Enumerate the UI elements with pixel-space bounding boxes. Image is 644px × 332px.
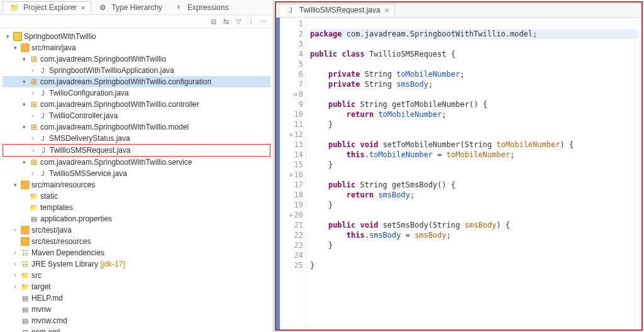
package-icon: ⊞ (30, 100, 38, 109)
tree-project-root[interactable]: ▾ SpringbootWithTwillio (3, 31, 270, 42)
folder-icon: 📁 (21, 271, 30, 280)
folder-icon: 📁 (21, 282, 30, 291)
tab-expressions[interactable]: ᵡ Expressions (167, 2, 233, 13)
chevron-right-icon[interactable]: › (29, 133, 36, 144)
editor-panel: J TwillioSMSRequest.java ✕ 1 2 3 4 5 6 7… (275, 1, 643, 331)
tree-src-main-resources[interactable]: ▾ src/main/resources (3, 179, 270, 191)
file-label: SMSDeliveryStatus.java (49, 133, 130, 144)
java-file-icon: J (38, 134, 47, 143)
link-editor-icon[interactable]: ⇆ (221, 17, 230, 26)
source-folder-icon (21, 180, 30, 189)
package-label: com.javadream.SpringbootWithTwillio.serv… (40, 157, 192, 168)
file-label: TwillioSMSService.java (49, 168, 127, 179)
filter-icon[interactable]: ▽ (234, 17, 243, 26)
chevron-down-icon[interactable]: ▾ (11, 179, 19, 191)
fold-icon[interactable]: ⊖ (288, 131, 293, 138)
tree-src-test-java[interactable]: › src/test/java (3, 224, 270, 236)
fold-icon[interactable]: ⊖ (288, 212, 293, 218)
java-file-icon: J (38, 66, 47, 75)
tree-package-config[interactable]: ▾ ⊞ com.javadream.SpringbootWithTwillio.… (3, 76, 270, 87)
chevron-down-icon[interactable]: ▾ (20, 121, 28, 133)
tree-folder-templates[interactable]: 📁 templates (3, 202, 270, 213)
view-tabs-bar: 📁 Project Explorer ✕ ⚙ Type Hierarchy ᵡ … (0, 0, 273, 15)
tree-file-mvnw[interactable]: ▤ mvnw (3, 304, 270, 315)
collapse-all-icon[interactable]: ⊟ (209, 17, 218, 26)
chevron-right-icon[interactable]: › (29, 168, 36, 179)
folder-label: templates (40, 202, 73, 213)
chevron-down-icon[interactable]: ▾ (20, 76, 28, 87)
tab-label: Expressions (187, 3, 228, 12)
tab-type-hierarchy[interactable]: ⚙ Type Hierarchy (91, 2, 167, 13)
java-file-icon: J (286, 6, 295, 14)
package-label: com.javadream.SpringbootWithTwillio.cont… (40, 99, 199, 110)
file-icon: ▤ (21, 294, 30, 302)
tree-package-controller[interactable]: ▾ ⊞ com.javadream.SpringbootWithTwillio.… (3, 99, 270, 110)
chevron-right-icon[interactable]: › (30, 145, 37, 156)
close-icon[interactable]: ✕ (384, 7, 389, 14)
editor-tabs-bar: J TwillioSMSRequest.java ✕ (276, 3, 641, 18)
package-label: com.javadream.SpringbootWithTwillio.conf… (40, 76, 211, 87)
chevron-down-icon[interactable]: ▾ (20, 99, 28, 110)
tree-file-mvnwcmd[interactable]: ▤ mvnw.cmd (3, 315, 270, 326)
tree-src-test-resources[interactable]: src/test/resources (3, 236, 270, 247)
chevron-right-icon[interactable]: › (29, 87, 36, 99)
project-tree[interactable]: ▾ SpringbootWithTwillio ▾ src/main/java … (0, 28, 273, 332)
file-label: TwillioSMSRequest.java (50, 145, 131, 156)
folder-label: src (31, 270, 42, 281)
chevron-right-icon[interactable]: › (29, 65, 36, 76)
file-label: TwilioConfiguration.java (49, 87, 129, 99)
chevron-right-icon[interactable]: › (29, 110, 36, 121)
tree-file-smsrequest[interactable]: › J TwillioSMSRequest.java (3, 144, 270, 157)
tree-folder-static[interactable]: 📁 static (3, 191, 270, 202)
file-icon: ▤ (21, 305, 30, 314)
tree-file-smsservice[interactable]: › J TwillioSMSService.java (3, 168, 270, 179)
tree-file-controller[interactable]: › J TwillioController.java (3, 110, 270, 121)
tree-target-folder[interactable]: › 📁 target (3, 281, 270, 292)
tree-package-model[interactable]: ▾ ⊞ com.javadream.SpringbootWithTwillio.… (3, 121, 270, 133)
java-file-icon: J (38, 169, 47, 178)
file-label: pom.xml (31, 326, 60, 332)
tab-project-explorer[interactable]: 📁 Project Explorer ✕ (3, 1, 91, 13)
code-area[interactable]: package com.javadream.SpringbootWithTwil… (306, 18, 641, 329)
chevron-right-icon[interactable]: › (11, 281, 19, 292)
tree-file-config[interactable]: › J TwilioConfiguration.java (3, 87, 270, 99)
editor-tab-smsrequest[interactable]: J TwillioSMSRequest.java ✕ (279, 4, 395, 16)
chevron-down-icon[interactable]: ▾ (20, 157, 28, 168)
tree-src-main-java[interactable]: ▾ src/main/java (3, 42, 270, 53)
package-icon: ⊞ (30, 55, 38, 64)
chevron-right-icon[interactable]: › (11, 270, 19, 281)
tree-file-appprops[interactable]: ▤ application.properties (3, 213, 270, 224)
file-icon: ▤ (21, 328, 30, 332)
fold-icon[interactable]: ⊖ (292, 91, 297, 97)
tree-package-service[interactable]: ▾ ⊞ com.javadream.SpringbootWithTwillio.… (3, 157, 270, 168)
chevron-right-icon[interactable]: › (11, 224, 19, 236)
tree-file-pom[interactable]: ▤ pom.xml (3, 326, 270, 332)
tree-src-folder[interactable]: › 📁 src (3, 270, 270, 281)
folder-label: Maven Dependencies (31, 247, 104, 258)
folder-label: src/main/java (31, 42, 76, 53)
close-icon[interactable]: ✕ (80, 4, 86, 11)
tree-package-base[interactable]: ▾ ⊞ com.javadream.SpringbootWithTwillio (3, 53, 270, 65)
chevron-right-icon[interactable]: › (11, 258, 19, 270)
editor-body[interactable]: 1 2 3 4 5 6 7 ⊖8 9 10 11 ⊖12 13 14 15 ⊖1… (276, 18, 641, 329)
tree-file-smsdelivery[interactable]: › J SMSDeliveryStatus.java (3, 133, 270, 144)
tab-label: Project Explorer (23, 3, 77, 12)
chevron-down-icon[interactable]: ▾ (11, 42, 19, 53)
tree-file-app[interactable]: › J SpringbootWithTwillioApplication.jav… (3, 65, 270, 76)
tree-maven-deps[interactable]: › ☷ Maven Dependencies (3, 247, 270, 258)
folder-label: src/test/resources (31, 236, 91, 247)
chevron-down-icon[interactable]: ▾ (20, 53, 28, 65)
folder-label: src/test/java (31, 224, 72, 236)
view-menu-icon[interactable]: ⋮ (247, 17, 255, 26)
fold-icon[interactable]: ⊖ (288, 172, 293, 178)
chevron-down-icon[interactable]: ▾ (4, 31, 11, 42)
tree-jre[interactable]: › ☷ JRE System Library [jdk-17] (3, 258, 270, 270)
source-folder-icon (21, 237, 30, 246)
tree-file-help[interactable]: ▤ HELP.md (3, 292, 270, 304)
file-label: SpringbootWithTwillioApplication.java (49, 65, 174, 76)
folder-icon: 📁 (30, 203, 38, 212)
minimize-icon[interactable]: ⋯ (259, 17, 268, 26)
java-file-icon: J (39, 146, 48, 155)
project-explorer-icon: 📁 (10, 3, 19, 12)
chevron-right-icon[interactable]: › (11, 247, 19, 258)
